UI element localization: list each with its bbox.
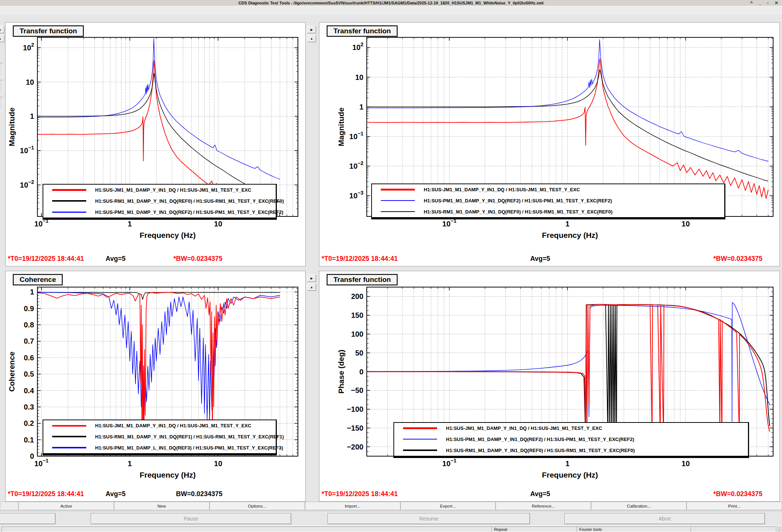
svg-text:10: 10	[214, 220, 222, 228]
svg-text:0.6: 0.6	[24, 354, 34, 362]
plot-status-line: *T0=19/12/2025 18:44:41 Avg=5 BW=0.02343…	[6, 490, 305, 499]
legend-line-sample	[52, 212, 86, 213]
svg-text:0.3: 0.3	[24, 403, 34, 411]
statusbar-repeat-cell: Repeat	[491, 526, 578, 532]
legend-label: H1:SUS-JM1_M1_DAMP_Y_IN1_DQ / H1:SUS-JM1…	[95, 187, 251, 193]
pane-collapse-button-bottom[interactable]: ▲	[307, 283, 316, 291]
active-button[interactable]: Active	[19, 502, 114, 510]
svg-text:−200: −200	[347, 443, 363, 451]
statusbar: Repeat Fourier tools	[0, 525, 782, 532]
left-pane-stub	[0, 80, 3, 94]
legend-line-sample	[381, 189, 415, 191]
plot-status-line: *T0=19/12/2025 18:44:41 Avg=5 *BW=0.0234…	[319, 490, 779, 499]
svg-text:0: 0	[30, 452, 34, 460]
window-titlebar[interactable]: CDS Diagnostic Test Tools - /ligo/svncom…	[0, 0, 782, 6]
pane-expand-button-left[interactable]: ▶	[0, 26, 4, 33]
pause-button[interactable]: Pause	[91, 513, 291, 524]
abort-button[interactable]: Abort	[564, 513, 765, 524]
svg-text:10: 10	[214, 459, 222, 468]
svg-text:Magnitude: Magnitude	[7, 108, 16, 147]
legend-label: H1:SUS-RM1_M1_DAMP_Y_IN1_DQ(REF0) / H1:S…	[446, 448, 635, 453]
legend-line-sample	[403, 439, 437, 440]
svg-text:1: 1	[359, 103, 363, 111]
pane-expand-button-top[interactable]: ▶	[307, 26, 316, 33]
legend-line-sample	[52, 425, 86, 427]
svg-text:0.5: 0.5	[24, 370, 34, 378]
svg-text:10: 10	[26, 78, 34, 86]
svg-text:0.1: 0.1	[24, 436, 34, 444]
legend-item: H1:SUS-JM1_M1_DAMP_Y_IN1_DQ / H1:SUS-JM1…	[43, 423, 276, 428]
status-bw: *BW=0.0234375	[713, 490, 762, 498]
calibration-button[interactable]: Calibration...	[591, 502, 687, 510]
legend-item: H1:SUS-PM1_M1_DAMP_Y_IN1_DQ(REF2) / H1:S…	[394, 437, 748, 442]
maximize-icon[interactable]: ▫	[767, 0, 769, 6]
export-button[interactable]: Export...	[400, 502, 496, 510]
status-t0: *T0=19/12/2025 18:44:41	[322, 490, 398, 498]
status-t0: *T0=19/12/2025 18:44:41	[322, 255, 398, 263]
resume-button[interactable]: Resume	[328, 513, 530, 524]
resize-grip[interactable]	[775, 526, 781, 532]
legend-label: H1:SUS-RM1_M1_DAMP_Y_IN1_DQ(REF0) / H1:S…	[95, 198, 284, 204]
svg-text:1: 1	[128, 459, 132, 468]
svg-text:50: 50	[355, 349, 363, 357]
svg-text:−150: −150	[347, 424, 363, 432]
pane-collapse-button-top[interactable]: ▲	[307, 35, 316, 42]
shade-icon[interactable]: ^	[750, 0, 753, 6]
svg-text:0.8: 0.8	[24, 321, 34, 329]
svg-text:150: 150	[351, 311, 363, 319]
print-button[interactable]: Print...	[687, 502, 782, 510]
plot-workspace: ▶ ▲ ▶ ▲ ▶ ▲ 10−111010210110−110−2Frequen…	[0, 15, 782, 501]
legend-label: H1:SUS-PM1_M1_DAMP_Y_IN1_DQ(REF2) / H1:S…	[446, 437, 634, 442]
svg-text:Magnitude: Magnitude	[337, 108, 345, 147]
plot-title: Coherence	[13, 274, 63, 285]
transport-stub-button[interactable]	[0, 513, 56, 524]
svg-text:1: 1	[565, 220, 570, 228]
svg-text:102: 102	[23, 42, 34, 52]
import-button[interactable]: Import...	[305, 502, 400, 510]
close-icon[interactable]: ✕	[775, 0, 778, 6]
statusbar-extra-cell	[691, 526, 777, 532]
svg-text:10: 10	[682, 459, 690, 468]
toolbar: Active New Options... Import... Export..…	[0, 502, 782, 510]
minimize-icon[interactable]: _	[759, 0, 761, 6]
legend: H1:SUS-JM1_M1_DAMP_Y_IN1_DQ / H1:SUS-JM1…	[393, 422, 749, 458]
expand-right-icon: ▶	[311, 28, 313, 31]
legend-item: H1:SUS-PM1_M1_DAMP_Y_IN1_DQ(REF2) / H1:S…	[372, 198, 724, 203]
plot-status-line: *T0=19/12/2025 18:44:41 Avg=5 *BW=0.0234…	[319, 255, 779, 264]
reference-button[interactable]: Reference...	[496, 502, 591, 510]
legend: H1:SUS-JM1_M1_DAMP_Y_IN1_DQ / H1:SUS-JM1…	[371, 183, 725, 219]
svg-text:Frequency (Hz): Frequency (Hz)	[542, 471, 598, 479]
plot-title: Transfer function	[327, 274, 397, 285]
legend-label: H1:SUS-RM1_M1_DAMP_Y_IN1_DQ(REF1) / H1:S…	[95, 434, 284, 440]
new-button[interactable]: New	[114, 502, 209, 510]
svg-text:−50: −50	[351, 386, 363, 394]
legend-item: H1:SUS-RM1_M1_DAMP_Y_IN1_DQ(REF0) / H1:S…	[394, 448, 748, 453]
left-pane-stub	[0, 63, 3, 77]
options-button[interactable]: Options...	[209, 502, 305, 510]
legend-item: H1:SUS-JM1_M1_DAMP_Y_IN1_DQ / H1:SUS-JM1…	[43, 187, 276, 193]
legend-label: H1:SUS-PM1_M1_DAMP_Y_IN1_DQ(REF2) / H1:S…	[95, 209, 283, 215]
collapse-up-icon: ▲	[310, 37, 313, 40]
legend-line-sample	[381, 211, 415, 212]
svg-text:Frequency (Hz): Frequency (Hz)	[140, 231, 196, 239]
svg-text:Coherence: Coherence	[7, 351, 16, 392]
pane-expand-button-bottom[interactable]: ▶	[307, 275, 316, 282]
statusbar-message-cell	[1, 526, 492, 532]
collapse-up-icon: ▲	[310, 286, 313, 289]
svg-text:1: 1	[565, 459, 570, 468]
svg-text:−100: −100	[347, 405, 363, 413]
status-avg: Avg=5	[530, 490, 550, 498]
legend-label: H1:SUS-JM1_M1_DAMP_Y_IN1_DQ / H1:SUS-JM1…	[95, 423, 251, 428]
status-t0: *T0=19/12/2025 18:44:41	[8, 255, 84, 263]
legend-item: H1:SUS-RM1_M1_DAMP_Y_IN1_DQ(REF1) / H1:S…	[43, 434, 276, 440]
status-avg: Avg=5	[530, 255, 550, 263]
pane-collapse-button-left[interactable]: ▲	[0, 35, 4, 42]
svg-text:10: 10	[682, 220, 690, 228]
legend-item: H1:SUS-JM1_M1_DAMP_Y_IN1_DQ / H1:SUS-JM1…	[394, 425, 748, 431]
legend-line-sample	[52, 200, 86, 202]
svg-text:0: 0	[359, 368, 363, 376]
svg-text:10−3: 10−3	[349, 190, 363, 200]
svg-text:10−2: 10−2	[20, 179, 34, 189]
coherence-chart: 10−111010.90.80.70.60.50.40.30.20.10Freq…	[6, 271, 305, 488]
panel-tf-magnitude-zoom: 10−111010210110−110−2Frequency (Hz)Magni…	[5, 22, 306, 266]
